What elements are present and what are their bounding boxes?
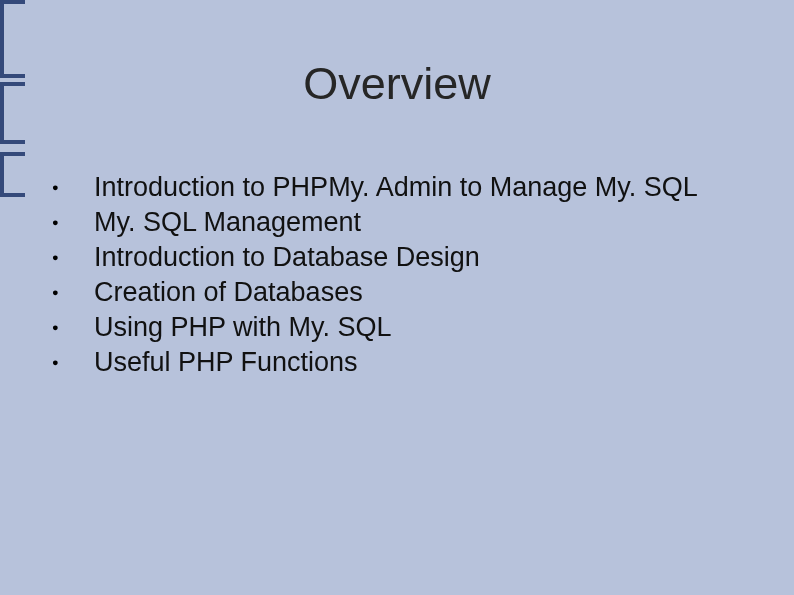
list-item: Introduction to Database Design bbox=[30, 240, 764, 275]
list-item: My. SQL Management bbox=[30, 205, 764, 240]
list-item-text: Using PHP with My. SQL bbox=[94, 312, 392, 342]
slide-title: Overview bbox=[0, 58, 794, 110]
list-item: Useful PHP Functions bbox=[30, 345, 764, 380]
list-item: Creation of Databases bbox=[30, 275, 764, 310]
list-item-text: Creation of Databases bbox=[94, 277, 363, 307]
slide-content: Introduction to PHPMy. Admin to Manage M… bbox=[30, 170, 764, 381]
list-item: Using PHP with My. SQL bbox=[30, 310, 764, 345]
bullet-list: Introduction to PHPMy. Admin to Manage M… bbox=[30, 170, 764, 381]
list-item: Introduction to PHPMy. Admin to Manage M… bbox=[30, 170, 764, 205]
decoration-bracket-3 bbox=[0, 152, 25, 197]
list-item-text: Useful PHP Functions bbox=[94, 347, 358, 377]
list-item-text: My. SQL Management bbox=[94, 207, 361, 237]
list-item-text: Introduction to Database Design bbox=[94, 242, 480, 272]
list-item-text: Introduction to PHPMy. Admin to Manage M… bbox=[94, 172, 698, 202]
